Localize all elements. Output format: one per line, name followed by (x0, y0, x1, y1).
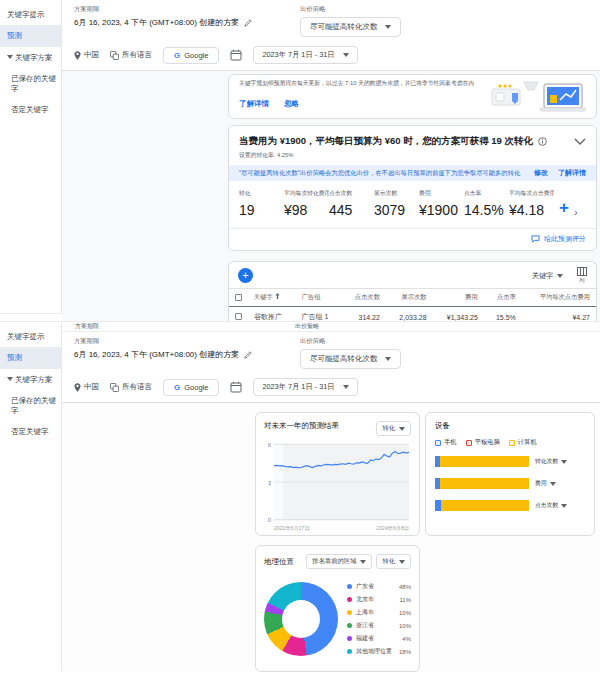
bid-strategy-block: 出价策略 尽可能提高转化次数 (300, 337, 401, 369)
geo-legend-dot (347, 597, 352, 602)
plan-period-label: 方案期限 (74, 337, 300, 346)
bid-strategy-dropdown[interactable]: 尽可能提高转化次数 (300, 17, 401, 37)
device-metric-dropdown[interactable]: 费用 (535, 479, 585, 488)
calendar-icon[interactable] (230, 381, 242, 393)
select-all-checkbox[interactable] (235, 294, 242, 301)
info-learn-more-link[interactable]: 了解详情 (558, 168, 586, 178)
col-impressions[interactable]: 展示次数 (386, 289, 433, 307)
sidebar-item-forecast[interactable]: 预测 (0, 347, 61, 368)
metric-ctr: 点击率14.5% (464, 189, 509, 218)
calendar-icon[interactable] (230, 49, 242, 61)
feedback-icon (531, 235, 540, 243)
location-filter[interactable]: 中国 (74, 50, 99, 60)
device-bar (435, 456, 529, 467)
device-bars: 转化次数 费用 点击次数 (435, 456, 585, 511)
plan-period-block: 方案期限 6月 16, 2023, 4 下午 (GMT+08:00) 创建的方案 (74, 337, 300, 369)
device-bar (435, 478, 529, 489)
metric-cost-per-conversion: 平均每次转化费用¥98 (284, 189, 329, 218)
plan-header: 方案期限 6月 16, 2023, 4 下午 (GMT+08:00) 创建的方案… (62, 332, 600, 373)
sidebar-item-keyword-plan[interactable]: 关键字方案 (0, 47, 61, 68)
sidebar-item-keyword-plan[interactable]: 关键字方案 (0, 369, 61, 390)
chevron-down-icon (343, 53, 349, 57)
google-logo-icon (174, 51, 180, 60)
geo-legend-item: 浙江省10% (347, 621, 411, 630)
language-filter[interactable]: 所有语言 (110, 50, 152, 60)
table-toolbar: 关键字 列 (229, 262, 596, 288)
geo-legend-item: 其他地理位置18% (347, 647, 411, 656)
columns-control[interactable]: 列 (577, 267, 587, 284)
device-metric-dropdown[interactable]: 点击次数 (535, 501, 585, 510)
expand-caret-icon (7, 377, 13, 381)
edit-pencil-icon[interactable] (244, 351, 252, 359)
table-header-row: 关键字 广告组 点击次数 展示次数 费用 点击率 平均每次点击费用 (229, 289, 596, 307)
columns-icon (577, 267, 587, 276)
geo-card-body: 广东省48% 北京市11% 上海市10% 浙江省10% 福建省4% 其他地理位置… (264, 578, 411, 660)
metric-impressions: 展示次数3079 (374, 189, 419, 218)
summary-headline: 当费用为 ¥1900，平均每日预算为 ¥60 时，您的方案可获得 19 次转化 (239, 135, 533, 148)
col-clicks[interactable]: 点击次数 (342, 289, 386, 307)
rate-forecast-link[interactable]: 给此预测评分 (531, 234, 586, 244)
metric-clicks: 点击次数445 (329, 189, 374, 218)
sidebar-item-keyword-ideas[interactable]: 关键字提示 (0, 4, 61, 25)
sidebar-item-saved-keywords[interactable]: 已保存的关键字 (0, 68, 61, 99)
next-metrics-arrow[interactable] (574, 206, 586, 218)
table-view-dropdown[interactable]: 关键字 (532, 271, 563, 281)
legend-item-tablet: 平板电脑 (466, 438, 500, 447)
geo-legend: 广东省48% 北京市11% 上海市10% 浙江省10% 福建省4% 其他地理位置… (347, 578, 411, 660)
col-ad-group[interactable]: 广告组 (296, 289, 342, 307)
chevron-down-icon (399, 427, 405, 431)
plan-period-block: 方案期限 6月 16, 2023, 4 下午 (GMT+08:00) 创建的方案 (74, 5, 300, 37)
location-filter[interactable]: 中国 (74, 382, 99, 392)
sidebar-item-keyword-ideas[interactable]: 关键字提示 (0, 326, 61, 347)
add-keyword-button[interactable] (238, 268, 253, 283)
geo-legend-dot (347, 584, 352, 589)
metric-cost: 费用¥1900 (419, 189, 464, 218)
forecast-metric-dropdown[interactable]: 转化 (376, 421, 411, 436)
bid-strategy-dropdown[interactable]: 尽可能提高转化次数 (300, 349, 401, 369)
device-legend-swatch (466, 440, 472, 446)
metric-avg-cpc: 平均每次点击费用¥4.18 (509, 189, 554, 218)
sidebar-item-forecast[interactable]: 预测 (0, 25, 61, 46)
banner-learn-more-link[interactable]: 了解详情 (239, 99, 269, 109)
info-icon[interactable] (538, 137, 547, 146)
location-pin-icon (74, 383, 81, 392)
col-keyword[interactable]: 关键字 (248, 289, 296, 307)
col-avg-cpc[interactable]: 平均每次点击费用 (522, 289, 596, 307)
geo-locations-card: 地理位置 排名靠前的区域 转化 (255, 545, 420, 672)
sidebar-item-saved-keywords[interactable]: 已保存的关键字 (0, 390, 61, 421)
date-range-dropdown[interactable]: 2023年 7月 1日 - 31日 (253, 46, 357, 64)
row-checkbox[interactable] (235, 313, 242, 320)
plan-period-value: 6月 16, 2023, 4 下午 (GMT+08:00) 创建的方案 (74, 17, 239, 28)
device-bar-segment (441, 500, 529, 511)
forecast-charts-screenshot: 关键字提示 预测 关键字方案 已保存的关键字 否定关键字 方案期限 出价策略 方… (0, 321, 600, 671)
col-cost[interactable]: 费用 (433, 289, 484, 307)
device-metric-dropdown[interactable]: 转化次数 (535, 457, 585, 466)
add-metric-button[interactable] (554, 198, 574, 218)
bid-strategy-info-bar: “尽可能提高转化次数”出价策略会为您优化出价，在不超出每日预算的前提下为您争取尽… (229, 165, 596, 181)
chevron-down-icon (360, 560, 366, 564)
bid-strategy-label: 出价策略 (300, 337, 401, 346)
collapse-chevron-icon[interactable] (574, 138, 586, 145)
google-logo-icon (174, 383, 180, 392)
geo-metric-dropdown[interactable]: 转化 (376, 554, 411, 569)
forecast-metrics-screenshot: 关键字提示 预测 关键字方案 已保存的关键字 否定关键字 方案期限 6月 16,… (0, 0, 600, 314)
banner-illustration (476, 80, 586, 116)
geo-legend-dot (347, 636, 352, 641)
network-selector[interactable]: Google (163, 379, 219, 396)
edit-pencil-icon[interactable] (244, 19, 252, 27)
geo-region-dropdown[interactable]: 排名靠前的区域 (306, 554, 372, 569)
language-filter[interactable]: 所有语言 (110, 382, 152, 392)
date-range-dropdown[interactable]: 2023年 7月 1日 - 31日 (253, 378, 357, 396)
geo-legend-item: 福建省4% (347, 634, 411, 643)
sidebar-item-negative-keywords[interactable]: 否定关键字 (0, 99, 61, 120)
device-bar-row-cost: 费用 (435, 478, 585, 489)
network-selector[interactable]: Google (163, 47, 219, 64)
sidebar-item-negative-keywords[interactable]: 否定关键字 (0, 421, 61, 442)
edit-link[interactable]: 修改 (534, 168, 548, 178)
col-ctr[interactable]: 点击率 (484, 289, 522, 307)
banner-dismiss-link[interactable]: 忽略 (284, 99, 299, 109)
device-bar-segment (440, 478, 529, 489)
devices-card-title: 设备 (435, 421, 585, 431)
forecast-card-title: 对未来一年的预测结果 (264, 421, 339, 431)
device-legend-swatch (435, 440, 441, 446)
